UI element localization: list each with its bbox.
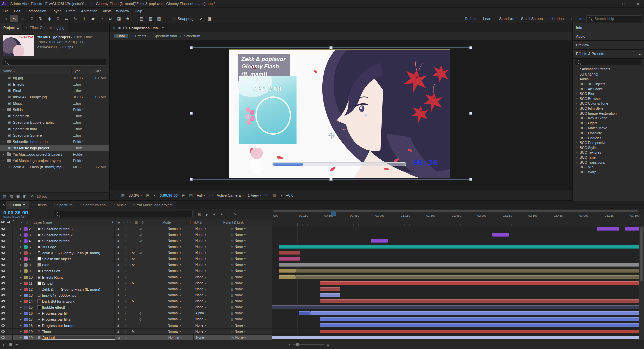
zoom-in-region-icon[interactable]: ↗ (197, 15, 205, 22)
label-swatch[interactable] (23, 330, 29, 333)
lock-toggle[interactable] (13, 335, 19, 340)
timeline-tab-yui-music-logo-project[interactable]: ▪Yui Music logo project (130, 201, 176, 209)
trkmat-dropdown[interactable]: None▾ (193, 292, 228, 298)
timeline-zoom-control[interactable]: ▲ ▲ (288, 343, 330, 346)
trkmat-column-header[interactable]: T TrkMat (186, 219, 221, 226)
audio-toggle[interactable] (6, 304, 13, 310)
label-swatch[interactable] (23, 251, 29, 255)
effect-badge[interactable]: ◎ (137, 312, 144, 315)
project-table-header[interactable]: Name▴ Type Size (0, 68, 109, 74)
composition-canvas[interactable]: Zekk & poplavorGloomy Flash(ft. mami) SP… (110, 40, 572, 190)
lock-toggle[interactable] (13, 316, 19, 322)
trkmat-dropdown[interactable]: None▾ (193, 322, 228, 328)
project-row[interactable]: ▣Spectrum final ...tion (0, 126, 109, 132)
effects-category[interactable]: ›BCC 3D Objects (573, 82, 644, 87)
layer-name[interactable]: Timer (42, 330, 114, 334)
shy-switch[interactable]: ♟ (115, 276, 122, 279)
lock-toggle[interactable] (13, 268, 19, 274)
quality-switch[interactable]: ∕ (122, 306, 129, 309)
twirl-icon[interactable]: ▸ (19, 306, 23, 309)
timeline-layer-bar[interactable] (296, 275, 639, 279)
timeline-search-input[interactable] (61, 212, 190, 216)
switches-column-header[interactable]: ♟ ◆ ∕ fx ▦ ◎ (109, 219, 160, 226)
quality-switch[interactable]: ∕ (122, 257, 129, 261)
lock-toggle[interactable] (13, 310, 19, 316)
layer-name[interactable]: Effects Left (42, 269, 114, 273)
quality-switch[interactable]: ∕ (122, 294, 129, 297)
layer-row[interactable]: ▸ 8 Blur ♟∕fx Normal▾None▾ ◎None▾ (0, 262, 639, 268)
chevron-right-icon[interactable]: › (576, 82, 578, 86)
shy-switch[interactable]: ♟ (115, 294, 122, 297)
breadcrumb-item-final[interactable]: Final (114, 34, 128, 38)
panel-menu-icon[interactable]: ≡ (17, 26, 19, 30)
fx-switch[interactable]: fx (129, 282, 137, 285)
panel-header-audio[interactable]: Audio (573, 32, 644, 40)
lock-column-icon[interactable] (13, 221, 16, 223)
label-swatch[interactable] (23, 312, 29, 315)
layer-row[interactable]: ▸ 7 Splash title object ♟∕fx Normal▾None… (0, 256, 639, 262)
shy-switch[interactable]: ♟ (115, 318, 122, 321)
blend-mode-dropdown[interactable]: Normal▾ (165, 304, 193, 310)
layer-selection-box[interactable] (191, 47, 471, 180)
blend-mode-dropdown[interactable]: Normal▾ (165, 322, 193, 328)
blend-mode-dropdown[interactable]: Normal▾ (165, 256, 193, 262)
timeline-layer-bar[interactable] (310, 311, 639, 315)
effects-category[interactable]: ›BCC Warp (573, 169, 644, 174)
layer-row[interactable]: ▸ 2 ▣ Subscribe button 3 ♟∕◎ Normal▾None… (0, 226, 639, 232)
twirl-icon[interactable]: ▸ (19, 263, 23, 266)
zoom-in-icon[interactable]: ▲ (326, 343, 330, 346)
new-composition-icon[interactable]: ▣ (16, 194, 20, 199)
quality-switch[interactable]: ∕ (122, 288, 129, 291)
workspace-default[interactable]: Default (465, 17, 476, 21)
blend-mode-dropdown[interactable]: Normal▾ (165, 244, 193, 250)
chevron-right-icon[interactable]: › (576, 131, 578, 135)
clone-stamp-tool[interactable]: ◔ (98, 15, 106, 22)
project-row[interactable]: ▣Spectrum Bubble graphic ...tion (0, 119, 109, 126)
quality-switch[interactable]: ∕ (122, 251, 129, 255)
menu-layer[interactable]: Layer (49, 9, 64, 13)
playhead-line[interactable] (333, 215, 333, 340)
layer-track[interactable] (272, 274, 639, 280)
quality-switch[interactable]: ∕ (122, 300, 129, 303)
timeline-tab-spectrum-final[interactable]: ▪Spectrum final (76, 201, 110, 209)
camera-tool[interactable]: ◉ (45, 15, 53, 22)
fit-icon[interactable]: ▣ (206, 15, 214, 22)
home-tool[interactable]: ⌂ (2, 15, 10, 22)
grid-guides-icon[interactable]: ▣ (146, 193, 149, 197)
layer-row[interactable]: ▸ 15 [bubble effect] ♟∕ Normal▾None▾ ◎No… (0, 304, 639, 310)
audio-toggle[interactable] (6, 298, 13, 304)
workspace-overflow-icon[interactable]: » (571, 17, 573, 21)
close-panel-icon[interactable]: ✕ (112, 26, 115, 30)
blend-mode-dropdown[interactable]: Normal▾ (165, 292, 193, 298)
snapshot-icon[interactable]: ◉ (182, 193, 185, 197)
video-toggle[interactable] (0, 286, 6, 292)
view-axis-mode[interactable]: ▦ (155, 15, 163, 22)
magnification-dropdown[interactable]: 33.3%▾ (129, 193, 142, 197)
panel-menu-icon[interactable]: ≡ (639, 52, 641, 56)
label-swatch[interactable] (23, 336, 29, 339)
video-toggle[interactable] (0, 232, 6, 238)
pickwhip-icon[interactable]: ◎ (231, 306, 233, 309)
trkmat-dropdown[interactable]: Alpha▾ (193, 310, 228, 316)
label-swatch[interactable] (23, 227, 29, 231)
twirl-icon[interactable]: ▸ (19, 227, 23, 230)
composition-tab-label[interactable]: Composition Final (129, 26, 159, 30)
lock-toggle[interactable] (13, 280, 19, 286)
expand-icon[interactable]: ▸ (3, 153, 5, 156)
layer-track[interactable] (272, 244, 639, 250)
trkmat-dropdown[interactable]: None▾ (193, 232, 228, 238)
mode-column-header[interactable]: Mode (160, 219, 186, 226)
label-swatch[interactable] (23, 294, 29, 297)
tab-project[interactable]: Project ≡ (0, 23, 23, 32)
timeline-tab-music[interactable]: ▪Music (110, 201, 130, 209)
project-row[interactable]: ▣Spectrum ...tion (0, 113, 109, 119)
layer-row[interactable]: ▸ 18 ★ Progress bar border ♟∕ Normal▾Non… (0, 322, 639, 329)
audio-toggle[interactable] (6, 329, 13, 334)
project-row[interactable]: ▤mrx-047_3000px.jpg JPEG 1.8 MB (0, 94, 109, 100)
trkmat-dropdown[interactable]: None▾ (193, 298, 228, 304)
quality-switch[interactable]: ∕ (122, 324, 129, 327)
snapping-checkbox[interactable] (172, 17, 176, 21)
effect-badge[interactable]: ◎ (137, 251, 144, 255)
effects-category[interactable]: ›BCC Film Style (573, 106, 644, 111)
project-row[interactable]: ▣Effects ...tion (0, 81, 109, 87)
